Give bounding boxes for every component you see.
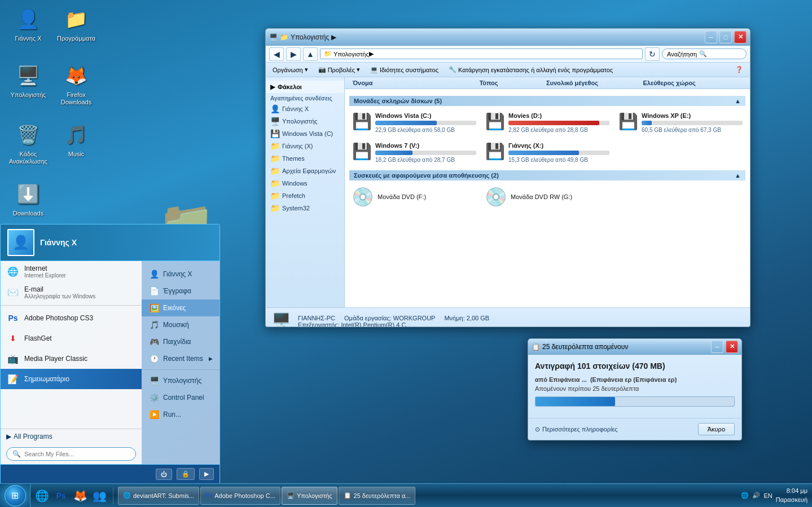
music-icon: 🎵 bbox=[63, 121, 90, 148]
all-programs[interactable]: ▶ All Programs bbox=[1, 429, 142, 444]
details-toggle[interactable]: ⊙ Περισσότερες πληροφορίες bbox=[535, 426, 618, 433]
dvd-g[interactable]: 💿 Μονάδα DVD RW (G:) bbox=[482, 184, 612, 210]
progress-close-btn[interactable]: ✕ bbox=[726, 341, 738, 353]
drive-e[interactable]: 💾 Windows XP (E:) 60,5 GB ελεύθερα από 6… bbox=[616, 109, 745, 136]
drive-x[interactable]: 💾 Γιάννης (Χ:) 15,3 GB ελεύθερα από 49,8… bbox=[482, 139, 612, 166]
right-item-recent[interactable]: 🕐 Recent Items bbox=[142, 350, 220, 367]
username: Γιάννης Χ bbox=[40, 238, 77, 247]
drive-v[interactable]: 💾 Windows 7 (V:) 18,2 GB ελεύθερα από 28… bbox=[349, 139, 479, 166]
sidebar-item-giannhsx[interactable]: 📁 Γιάννης (Χ) bbox=[266, 140, 344, 152]
sidebar-item-prefetch[interactable]: 📁 Prefetch bbox=[266, 189, 344, 202]
sidebar-item-arxeia[interactable]: 📁 Αρχεία Εφαρμογών bbox=[266, 165, 344, 177]
power-button[interactable]: ⏻ bbox=[156, 469, 172, 480]
system-clock[interactable]: 8:04 μμ Παρασκευή bbox=[776, 487, 807, 504]
sidebar-item-wvista[interactable]: 💾 Windows Vista (C) bbox=[266, 127, 344, 140]
right-item-paixnidia[interactable]: 🎮 Παιχνίδια bbox=[142, 333, 220, 350]
uninstall-button[interactable]: 🔧 Κατάργηση εγκατάστασης ή αλλαγή ενός π… bbox=[444, 64, 617, 75]
col-free[interactable]: Ελεύθερος χώρος bbox=[640, 78, 737, 87]
collapse-icon2[interactable]: ▲ bbox=[735, 172, 741, 179]
up-button[interactable]: ▲ bbox=[303, 47, 318, 61]
start-item-email[interactable]: ✉️ E-mail Αλληλογραφία των Windows bbox=[1, 282, 142, 303]
minimize-button[interactable]: ─ bbox=[705, 31, 717, 43]
progress-content: Αντιγραφή 101 στοιχείων (470 MB) από Επι… bbox=[528, 355, 741, 418]
right-item-eikones[interactable]: 🖼️ Εικόνες bbox=[142, 299, 220, 316]
pc-icon: 🖥️ bbox=[271, 312, 291, 327]
right-item-run[interactable]: ▶️ Run... bbox=[142, 406, 220, 423]
right-item-ypologistis[interactable]: 🖥️ Υπολογιστής bbox=[142, 372, 220, 389]
desktop-icon-giannhs[interactable]: 👤 Γιάννης Χ bbox=[6, 6, 51, 42]
start-item-notepad[interactable]: 📝 Σημειωματάριο bbox=[1, 369, 142, 389]
folders-header[interactable]: ▶ Φάκελοι bbox=[266, 81, 344, 93]
views-button[interactable]: 📷 Προβολές ▾ bbox=[314, 64, 365, 75]
start-menu-body: 🌐 Internet Internet Explorer ✉️ E-mail Α… bbox=[1, 261, 220, 464]
right-item-control[interactable]: ⚙️ Control Panel bbox=[142, 389, 220, 406]
right-item-mousiki[interactable]: 🎵 Μουσική bbox=[142, 316, 220, 333]
start-button[interactable]: ⊞ bbox=[0, 484, 30, 508]
progress-from: από Επιφάνεια ... (Επιφάνεια ερ (Επιφάνε… bbox=[535, 376, 735, 383]
dvd-f[interactable]: 💿 Μονάδα DVD (F:) bbox=[349, 184, 479, 210]
desktop-icon-ypologistis[interactable]: 🖥️ Υπολογιστής bbox=[6, 62, 51, 99]
sidebar-item-themes[interactable]: 📁 Themes bbox=[266, 152, 344, 165]
forward-button[interactable]: ▶ bbox=[286, 47, 301, 61]
back-button[interactable]: ◀ bbox=[269, 47, 284, 61]
ql-ps[interactable]: Ps bbox=[52, 487, 70, 505]
search-box[interactable]: Αναζήτηση 🔍 bbox=[662, 49, 747, 59]
internet-icon: 🌐 bbox=[6, 265, 20, 279]
search-input[interactable] bbox=[24, 451, 130, 457]
desktop-icon-music[interactable]: 🎵 Music bbox=[54, 121, 99, 158]
desktop-icon-programmata[interactable]: 📁 Προγράμματα bbox=[54, 6, 99, 42]
recycle-label: Κάδος Ανακύκλωσης bbox=[6, 151, 51, 165]
lock-icon: 🔒 bbox=[182, 470, 190, 478]
sidebar-item-windows[interactable]: 📁 Windows bbox=[266, 177, 344, 189]
email-icon: ✉️ bbox=[6, 286, 20, 299]
ql-ie[interactable]: 🌐 bbox=[33, 487, 51, 505]
desktop-icon-firefox[interactable]: 🦊 Firefox Downloads bbox=[54, 62, 99, 106]
collapse-icon[interactable]: ▲ bbox=[735, 98, 741, 104]
taskbar-btn-explorer[interactable]: 🖥️ Υπολογιστής bbox=[282, 487, 337, 505]
desktop-icon-downloads[interactable]: ⬇️ Downloads bbox=[6, 180, 51, 217]
arrow-icon: ▶ bbox=[6, 433, 11, 440]
taskbar-btn-deviantart[interactable]: 🌐 deviantART: Submis... bbox=[118, 487, 199, 505]
col-type[interactable]: Τύπος bbox=[476, 78, 543, 87]
properties-button[interactable]: 💻 Ιδιότητες συστήματος bbox=[366, 64, 443, 75]
sidebar-item-system32[interactable]: 📁 System32 bbox=[266, 202, 344, 214]
start-item-internet[interactable]: 🌐 Internet Internet Explorer bbox=[1, 261, 142, 282]
refresh-button[interactable]: ↻ bbox=[645, 47, 660, 61]
col-name[interactable]: Όνομα bbox=[349, 78, 476, 87]
lock-button[interactable]: 🔒 bbox=[177, 468, 195, 480]
folder-icon: 📁 bbox=[270, 154, 280, 163]
organize-button[interactable]: Οργάνωση ▾ bbox=[268, 64, 313, 75]
start-item-photoshop[interactable]: Ps Adobe Photoshop CS3 bbox=[1, 308, 142, 328]
close-button[interactable]: ✕ bbox=[734, 31, 747, 43]
taskbar-btn-photoshop[interactable]: Ps Adobe Photoshop C... bbox=[200, 487, 280, 505]
search-bar[interactable]: 🔍 bbox=[6, 447, 136, 461]
sidebar-item-giannhs[interactable]: 👤 Γιάννης Χ bbox=[266, 103, 344, 115]
start-item-mediaplayer[interactable]: 📺 Media Player Classic bbox=[1, 349, 142, 369]
folder-icon-addr: 📁 bbox=[324, 50, 332, 58]
help-button[interactable]: ❓ bbox=[731, 64, 748, 75]
address-path[interactable]: 📁 Υπολογιστής ▶ bbox=[320, 49, 643, 59]
progress-min-btn[interactable]: ─ bbox=[711, 341, 723, 353]
dropdown-icon: ▾ bbox=[305, 66, 308, 73]
desktop-icon-recycle[interactable]: 🗑️ Κάδος Ανακύκλωσης bbox=[6, 121, 51, 165]
drive-d[interactable]: 💾 Movies (D:) 2,82 GB ελεύθερα από 28,8 … bbox=[482, 109, 612, 136]
start-menu-footer: ⏻ 🔒 ▶ bbox=[1, 464, 220, 483]
start-item-flashget[interactable]: ⬇ FlashGet bbox=[1, 328, 142, 349]
taskbar-btn-copy[interactable]: 📋 25 δευτερόλεπτα α... bbox=[339, 487, 416, 505]
drive-c[interactable]: 💾 Windows Vista (C:) 22,9 GB ελεύθερα απ… bbox=[349, 109, 479, 136]
drive-icon: 💾 bbox=[270, 129, 280, 138]
folder-icon4: 📁 bbox=[270, 191, 280, 200]
cancel-button[interactable]: Άκυρο bbox=[698, 423, 735, 435]
ypologistis-label: Υπολογιστής bbox=[11, 91, 46, 99]
right-item-eggrafa[interactable]: 📄 Έγγραφα bbox=[142, 283, 220, 299]
maximize-button[interactable]: □ bbox=[719, 31, 732, 43]
downloads-label: Downloads bbox=[13, 210, 43, 217]
sidebar-item-ypologistis[interactable]: 🖥️ Υπολογιστής bbox=[266, 115, 344, 127]
ql-ff[interactable]: 🦊 bbox=[71, 487, 89, 505]
folder-icon5: 📁 bbox=[270, 204, 280, 213]
search-icon: 🔍 bbox=[12, 450, 21, 458]
col-total[interactable]: Συνολικό μέγεθος bbox=[543, 78, 640, 87]
right-item-giannhs[interactable]: 👤 Γιάννης Χ bbox=[142, 266, 220, 283]
arrow-button[interactable]: ▶ bbox=[199, 468, 214, 480]
ql-people[interactable]: 👥 bbox=[90, 487, 108, 505]
